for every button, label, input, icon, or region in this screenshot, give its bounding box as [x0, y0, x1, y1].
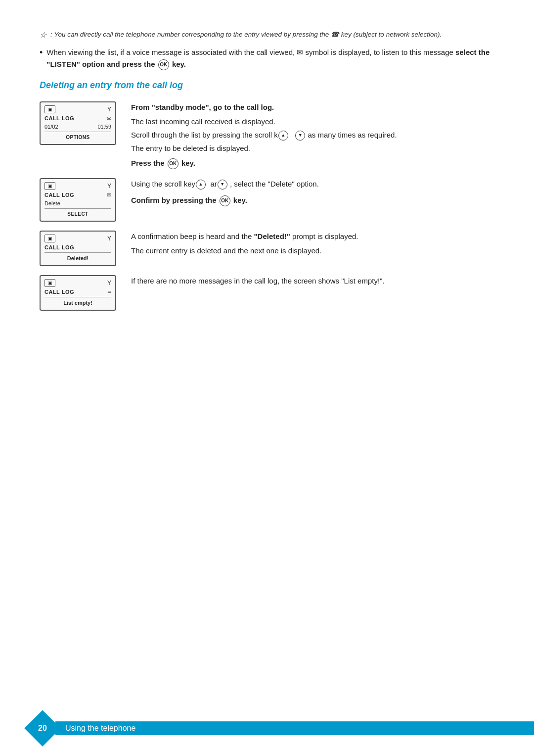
- phone-mockup-1: ▣ Y CALL LOG ✉ 01/02 01:59 OPTIONS: [40, 101, 116, 145]
- scroll-up-icon-1: ▲: [278, 131, 288, 141]
- scroll-down-icon-2: ▼: [218, 180, 227, 189]
- phone-call-log-label-2: CALL LOG: [44, 192, 74, 198]
- footer-line: Using the telephone: [55, 721, 534, 735]
- phone-list-empty-4: List empty!: [44, 299, 111, 307]
- phone-envelope-1: ✉: [107, 115, 111, 122]
- step-desc-4: If there are no more messages in the cal…: [131, 275, 494, 286]
- phone-label-row-2: CALL LOG ✉: [44, 192, 111, 198]
- phone-signal-4: Y: [107, 280, 111, 286]
- footer-bar: 20 Using the telephone: [0, 715, 534, 741]
- phone-call-log-label-3: CALL LOG: [44, 244, 74, 250]
- phone-mockup-4: ▣ Y CALL LOG = List empty!: [40, 275, 116, 311]
- scroll-up-icon-2: ▲: [196, 180, 206, 189]
- phone-signal-1: Y: [107, 106, 111, 113]
- step-row-1: ▣ Y CALL LOG ✉ 01/02 01:59 OPTIONS From …: [40, 101, 494, 169]
- step-desc-3: A confirmation beep is heard and the "De…: [131, 231, 494, 257]
- phone-delete-row-2: Delete: [44, 200, 111, 206]
- phone-call-log-label-4: CALL LOG: [44, 289, 74, 295]
- step-bold-2: Confirm by pressing the OK key.: [131, 196, 247, 204]
- bullet-block: • When viewing the list, if a voice mess…: [40, 47, 494, 70]
- step-row-4: ▣ Y CALL LOG = List empty! If there are …: [40, 275, 494, 311]
- tip-text: : You can directly call the telephone nu…: [50, 30, 442, 40]
- phone-mockup-3: ▣ Y CALL LOG Deleted!: [40, 231, 116, 266]
- step-desc-2: Using the scroll key▲ ar▼ , select the "…: [131, 178, 494, 206]
- phone-date-1: 01/02: [44, 124, 58, 130]
- phone-deleted-3: Deleted!: [44, 254, 111, 262]
- ok-key-2: OK: [220, 195, 230, 206]
- phone-envelope-2: ✉: [107, 192, 111, 198]
- phone-signal-2: Y: [107, 183, 111, 189]
- phone-time-row-1: 01/02 01:59: [44, 124, 111, 130]
- tip-block: ☆ : You can directly call the telephone …: [40, 30, 494, 40]
- phone-option-1: OPTIONS: [44, 134, 111, 141]
- phone-label-row-1: CALL LOG ✉: [44, 115, 111, 122]
- section-title: Deleting an entry from the call log: [40, 80, 494, 91]
- scroll-down-icon-1: ▼: [295, 131, 305, 141]
- section-body: ▣ Y CALL LOG ✉ 01/02 01:59 OPTIONS From …: [40, 101, 494, 311]
- phone-icon-box-1: ▣: [44, 105, 55, 113]
- page-content: ☆ : You can directly call the telephone …: [0, 0, 534, 360]
- ok-key-inline: OK: [158, 59, 169, 70]
- step-row-2: ▣ Y CALL LOG ✉ Delete SELECT Using the s…: [40, 178, 494, 222]
- phone-call-log-label-1: CALL LOG: [44, 115, 74, 121]
- phone-delete-2: Delete: [44, 200, 60, 206]
- phone-label-row-4: CALL LOG =: [44, 289, 111, 295]
- page-number: 20: [38, 724, 47, 733]
- phone-equals-4: =: [108, 289, 111, 295]
- deleted-bold-3: "Deleted!": [252, 232, 290, 240]
- phone-icon-box-3: ▣: [44, 235, 55, 242]
- step-row-3: ▣ Y CALL LOG Deleted! A confirmation bee…: [40, 231, 494, 266]
- ok-key-1: OK: [168, 158, 178, 169]
- step-bold-1: From "standby mode", go to the call log.: [131, 103, 274, 111]
- phone-time-1: 01:59: [97, 124, 111, 130]
- tip-icon: ☆: [40, 30, 46, 40]
- phone-icon-box-4: ▣: [44, 279, 55, 287]
- phone-icon-box-2: ▣: [44, 182, 55, 190]
- footer-label: Using the telephone: [65, 724, 135, 733]
- phone-signal-3: Y: [107, 235, 111, 242]
- phone-label-row-3: CALL LOG: [44, 244, 111, 250]
- phone-option-2: SELECT: [44, 210, 111, 218]
- footer-diamond: 20: [24, 710, 61, 747]
- step-desc-1: From "standby mode", go to the call log.…: [131, 101, 494, 169]
- bullet-dot: •: [40, 47, 43, 59]
- bullet-text: When viewing the list, if a voice messag…: [46, 47, 494, 70]
- step-bold-1b: Press the OK key.: [131, 159, 195, 167]
- phone-mockup-2: ▣ Y CALL LOG ✉ Delete SELECT: [40, 178, 116, 222]
